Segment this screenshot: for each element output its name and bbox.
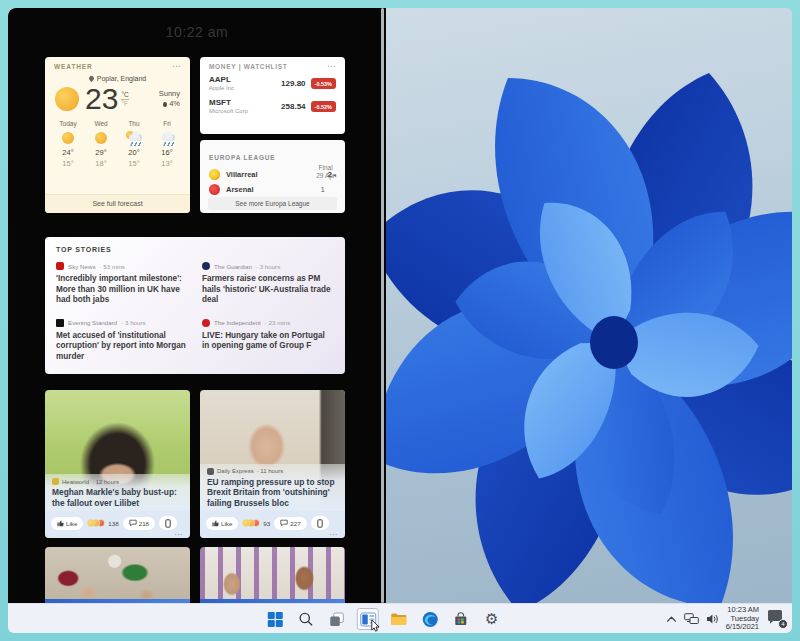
forecast-grid: Today 24° 15° Wed 29° 18°: [45, 114, 190, 168]
settings-button[interactable]: ⚙: [481, 608, 503, 630]
panel-scrollbar[interactable]: [381, 8, 384, 603]
more-icon[interactable]: ⋯: [172, 64, 181, 69]
gear-icon: ⚙: [485, 612, 498, 627]
store-button[interactable]: [450, 608, 472, 630]
match-status: Final: [316, 164, 335, 172]
sky-news-icon: [56, 262, 64, 270]
story-item[interactable]: The Independent 23 mins LIVE: Hungary ta…: [202, 319, 334, 363]
send-to-phone-button[interactable]: [159, 516, 177, 530]
heatworld-icon: [52, 478, 59, 485]
screen-inner: 10:22 am WEATHER ⋯ Poplar, England: [8, 8, 792, 633]
money-widget[interactable]: MONEY | WATCHLIST ⋯ AAPL Apple Inc 129.8…: [200, 57, 345, 134]
news-card-eu[interactable]: Daily Express 11 hours EU ramping pressu…: [200, 390, 345, 538]
weather-location: Poplar, England: [97, 75, 146, 82]
volume-icon[interactable]: [706, 613, 719, 625]
widgets-button[interactable]: [357, 608, 379, 630]
story-headline[interactable]: Farmers raise concerns as PM hails 'hist…: [202, 274, 334, 306]
more-icon[interactable]: ⋯: [329, 530, 337, 538]
card-headline[interactable]: Meghan Markle's baby bust-up: the fallou…: [52, 487, 183, 508]
sun-showers-icon: [125, 131, 143, 146]
edge-icon: [421, 611, 438, 628]
forecast-day[interactable]: Wed 29° 18°: [88, 120, 114, 168]
weather-condition: Sunny: [159, 89, 180, 98]
stock-price: 129.80: [281, 79, 305, 88]
reaction-count: 138: [108, 520, 118, 527]
widgets-panel: 10:22 am WEATHER ⋯ Poplar, England: [8, 8, 386, 603]
weather-location-row[interactable]: Poplar, England: [45, 75, 190, 82]
screenshot-frame: 10:22 am WEATHER ⋯ Poplar, England: [0, 0, 800, 641]
news-card-partial[interactable]: [45, 547, 190, 603]
comment-icon: [129, 519, 137, 527]
task-view-button[interactable]: [326, 608, 348, 630]
stock-company: Microsoft Corp: [209, 107, 248, 115]
file-explorer-button[interactable]: [388, 608, 410, 630]
story-headline[interactable]: Met accused of 'institutional corruption…: [56, 331, 188, 363]
villarreal-crest-icon: [209, 169, 220, 180]
notification-center-button[interactable]: 4: [766, 609, 786, 629]
stock-row-msft[interactable]: MSFT Microsoft Corp 258.54 -0.52%: [200, 95, 345, 118]
money-title: MONEY | WATCHLIST: [209, 63, 287, 70]
search-button[interactable]: [295, 608, 317, 630]
forecast-day[interactable]: Fri 16° 13°: [154, 120, 180, 168]
unit-celsius[interactable]: °C: [121, 91, 128, 100]
stock-price: 258.54: [281, 102, 305, 111]
weather-title: WEATHER: [54, 63, 93, 70]
top-stories-widget: TOP STORIES Sky News 53 mins 'Incredibly…: [45, 237, 345, 374]
weather-widget[interactable]: WEATHER ⋯ Poplar, England 23 °C: [45, 57, 190, 213]
like-button[interactable]: Like: [51, 517, 83, 530]
comments-button[interactable]: 218: [123, 517, 155, 530]
phone-icon: [317, 519, 323, 528]
stock-change-badge: -0.53%: [311, 78, 336, 89]
precipitation-value: 4%: [169, 99, 180, 109]
store-icon: [453, 611, 469, 627]
europa-title: EUROPA LEAGUE: [209, 154, 275, 161]
stock-company: Apple Inc: [209, 84, 234, 92]
precipitation-icon: [163, 102, 167, 107]
evening-standard-icon: [56, 319, 64, 327]
tray-date: 6/15/2021: [726, 623, 759, 632]
reactions[interactable]: 138: [87, 519, 118, 527]
news-card-partial[interactable]: [200, 547, 345, 603]
taskbar: ⚙ 10:23 AM Tuesd: [8, 603, 792, 633]
europa-league-widget[interactable]: EUROPA LEAGUE Villarreal 2 ◂ Arsenal: [200, 140, 345, 213]
task-view-icon: [329, 611, 345, 627]
phone-icon: [165, 519, 171, 528]
story-item[interactable]: Sky News 53 mins 'Incredibly important m…: [56, 262, 188, 306]
send-to-phone-button[interactable]: [311, 516, 329, 530]
notification-badge: 4: [778, 619, 788, 629]
wallpaper-bloom: [386, 8, 792, 603]
edge-button[interactable]: [419, 608, 441, 630]
story-headline[interactable]: 'Incredibly important milestone': More t…: [56, 274, 188, 306]
sun-icon: [55, 87, 79, 111]
unit-fahrenheit[interactable]: °F: [121, 100, 128, 108]
more-icon[interactable]: ⋯: [174, 530, 182, 538]
see-more-europa-link[interactable]: See more Europa League: [208, 197, 337, 210]
like-button[interactable]: Like: [206, 517, 238, 530]
comment-count: 227: [290, 520, 300, 527]
start-button[interactable]: [264, 608, 286, 630]
forecast-day[interactable]: Today 24° 15°: [55, 120, 81, 168]
guardian-icon: [202, 262, 210, 270]
panel-clock: 10:22 am: [8, 24, 386, 40]
story-item[interactable]: Evening Standard 3 hours Met accused of …: [56, 319, 188, 363]
more-icon[interactable]: ⋯: [327, 64, 336, 69]
network-icon[interactable]: [684, 613, 699, 625]
forecast-day[interactable]: Thu 20° 15°: [121, 120, 147, 168]
comment-count: 218: [139, 520, 149, 527]
tray-clock[interactable]: 10:23 AM Tuesday 6/15/2021: [726, 606, 759, 632]
independent-icon: [202, 319, 210, 327]
current-temperature: 23: [85, 84, 118, 114]
comments-button[interactable]: 227: [274, 517, 306, 530]
arsenal-crest-icon: [209, 184, 220, 195]
thumbs-up-icon: [212, 519, 219, 527]
news-card-meghan[interactable]: Heatworld 12 hours Meghan Markle's baby …: [45, 390, 190, 538]
reactions[interactable]: 93: [242, 519, 270, 527]
story-headline[interactable]: LIVE: Hungary take on Portugal in openin…: [202, 331, 334, 352]
see-full-forecast-link[interactable]: See full forecast: [45, 194, 190, 213]
search-icon: [298, 611, 314, 627]
story-item[interactable]: The Guardian 3 hours Farmers raise conce…: [202, 262, 334, 306]
stock-row-aapl[interactable]: AAPL Apple Inc 129.80 -0.53%: [200, 72, 345, 95]
card-headline[interactable]: EU ramping pressure up to stop Brexit Br…: [207, 477, 338, 509]
stock-symbol: AAPL: [209, 75, 234, 84]
tray-chevron-icon[interactable]: [666, 615, 677, 624]
